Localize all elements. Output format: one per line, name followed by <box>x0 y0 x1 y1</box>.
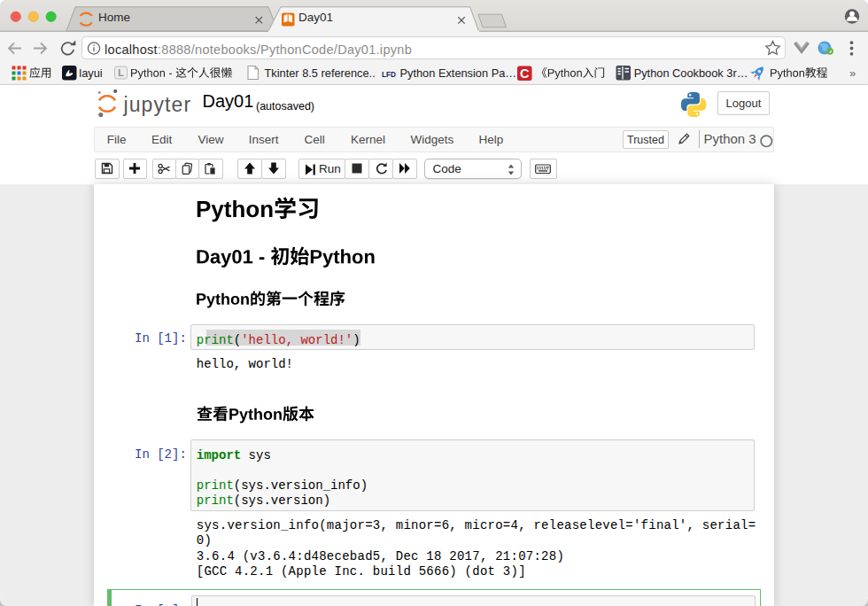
svg-text:L: L <box>118 67 124 78</box>
svg-text:»: » <box>849 66 856 80</box>
svg-text:LFD: LFD <box>382 71 396 79</box>
svg-text:C: C <box>520 66 530 81</box>
svg-text:Home: Home <box>98 11 130 24</box>
svg-text:Day01: Day01 <box>298 11 333 24</box>
